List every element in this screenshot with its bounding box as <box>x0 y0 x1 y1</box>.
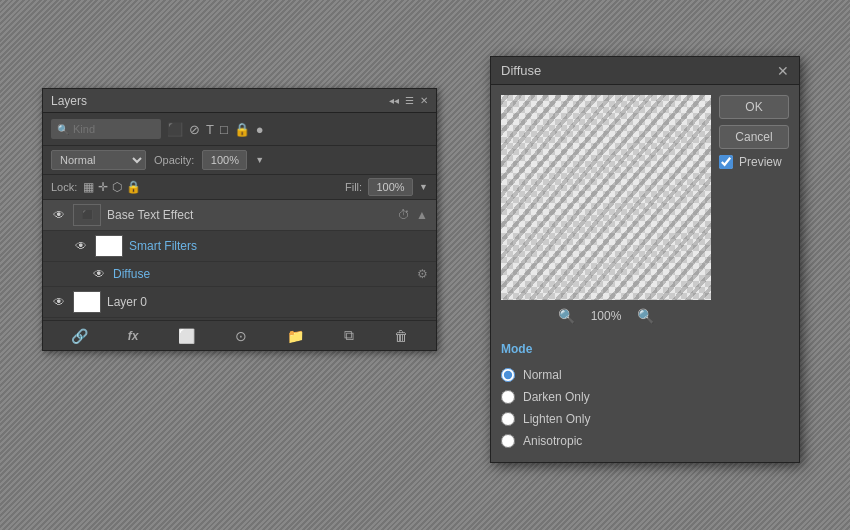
timer-icon[interactable]: ⏱ <box>398 208 410 222</box>
zoom-in-icon[interactable]: 🔍 <box>637 308 654 324</box>
dialog-top-section: 🔍 100% 🔍 OK Cancel Preview <box>501 95 789 334</box>
copy-layer-icon[interactable]: ⧉ <box>344 327 354 344</box>
layers-panel: Layers ◂◂ ☰ ✕ 🔍 ⬛ ⊘ T □ 🔒 ● Normal Opaci… <box>42 88 437 351</box>
fill-label: Fill: <box>345 181 362 193</box>
layer-name-diffuse: Diffuse <box>113 267 411 281</box>
panel-title-text: Layers <box>51 94 87 108</box>
radio-anisotropic: Anisotropic <box>501 430 789 452</box>
fill-chevron[interactable]: ▼ <box>419 182 428 192</box>
dialog-preview-wrap: 🔍 100% 🔍 <box>501 95 711 334</box>
layer-thumb-smart-filters <box>95 235 123 257</box>
search-input-wrap: 🔍 <box>51 119 161 139</box>
dialog-title: Diffuse <box>501 63 541 78</box>
layer-thumb-base-text: ⬛ <box>73 204 101 226</box>
panel-menu-icon[interactable]: ☰ <box>405 95 414 106</box>
radio-lighten-label[interactable]: Lighten Only <box>523 412 590 426</box>
filter-icons: ⬛ ⊘ T □ 🔒 ● <box>167 122 264 137</box>
delete-layer-icon[interactable]: 🗑 <box>394 328 408 344</box>
panel-toolbar: 🔗 fx ⬜ ⊙ 📁 ⧉ 🗑 <box>43 320 436 350</box>
filter-dot-icon[interactable]: ● <box>256 122 264 137</box>
radio-lighten-input[interactable] <box>501 412 515 426</box>
mode-label: Mode <box>501 342 789 356</box>
mode-section: Mode Normal Darken Only Lighten Only Ani… <box>501 342 789 452</box>
cancel-button[interactable]: Cancel <box>719 125 789 149</box>
preview-overlay <box>501 95 711 300</box>
panel-close-icon[interactable]: ✕ <box>420 95 428 106</box>
layer-item-diffuse[interactable]: 👁 Diffuse ⚙ <box>43 262 436 287</box>
lock-artboard[interactable]: ⬡ <box>112 180 122 194</box>
preview-checkbox-wrap: Preview <box>719 155 789 169</box>
dialog-close-button[interactable]: ✕ <box>777 64 789 78</box>
preview-area <box>501 95 711 300</box>
fill-input[interactable] <box>368 178 413 196</box>
radio-darken-only: Darken Only <box>501 386 789 408</box>
layer-right-icons-base: ⏱ ▲ <box>398 208 428 222</box>
dialog-body: 🔍 100% 🔍 OK Cancel Preview Mode Normal <box>491 85 799 462</box>
layers-list: 👁 ⬛ Base Text Effect ⏱ ▲ 👁 Smart Filters… <box>43 200 436 320</box>
layer-right-icons-diffuse: ⚙ <box>417 267 428 281</box>
new-layer-icon[interactable]: ⬜ <box>178 328 195 344</box>
lock-label: Lock: <box>51 181 77 193</box>
eye-icon-sf: 👁 <box>75 239 87 253</box>
dialog-side-buttons: OK Cancel Preview <box>719 95 789 334</box>
radio-normal-input[interactable] <box>501 368 515 382</box>
blend-mode-select[interactable]: Normal <box>51 150 146 170</box>
lock-all[interactable]: 🔒 <box>126 180 141 194</box>
dialog-title-bar: Diffuse ✕ <box>491 57 799 85</box>
radio-lighten-only: Lighten Only <box>501 408 789 430</box>
chevron-up-icon[interactable]: ▲ <box>416 208 428 222</box>
collapse-icon[interactable]: ◂◂ <box>389 95 399 106</box>
mask-icon[interactable]: ⊙ <box>235 328 247 344</box>
visibility-eye-smart-filters[interactable]: 👁 <box>73 238 89 254</box>
radio-anisotropic-input[interactable] <box>501 434 515 448</box>
filter-shape-icon[interactable]: □ <box>220 122 228 137</box>
panel-title-bar: Layers ◂◂ ☰ ✕ <box>43 89 436 113</box>
visibility-eye-layer0[interactable]: 👁 <box>51 294 67 310</box>
layer-item-smart-filters[interactable]: 👁 Smart Filters <box>43 231 436 262</box>
layer-thumb-layer0 <box>73 291 101 313</box>
lock-checkerboard[interactable]: ▦ <box>83 180 94 194</box>
zoom-controls: 🔍 100% 🔍 <box>501 308 711 324</box>
eye-icon: 👁 <box>53 208 65 222</box>
preview-label[interactable]: Preview <box>739 155 782 169</box>
opacity-input[interactable] <box>202 150 247 170</box>
opacity-chevron[interactable]: ▼ <box>255 155 264 165</box>
radio-darken-input[interactable] <box>501 390 515 404</box>
radio-normal: Normal <box>501 364 789 386</box>
filter-adj-icon[interactable]: ⊘ <box>189 122 200 137</box>
diffuse-dialog: Diffuse ✕ 🔍 100% 🔍 OK Cancel <box>490 56 800 463</box>
filter-smart-icon[interactable]: 🔒 <box>234 122 250 137</box>
eye-icon-layer0: 👁 <box>53 295 65 309</box>
layer-item-base-text[interactable]: 👁 ⬛ Base Text Effect ⏱ ▲ <box>43 200 436 231</box>
radio-darken-label[interactable]: Darken Only <box>523 390 590 404</box>
link-icon[interactable]: 🔗 <box>71 328 88 344</box>
layer-name-layer0: Layer 0 <box>107 295 428 309</box>
lock-move[interactable]: ✛ <box>98 180 108 194</box>
radio-anisotropic-label[interactable]: Anisotropic <box>523 434 582 448</box>
blend-mode-row: Normal Opacity: ▼ <box>43 146 436 175</box>
layer-name-smart-filters: Smart Filters <box>129 239 428 253</box>
smart-obj-icon: ⬛ <box>82 210 93 220</box>
search-icon: 🔍 <box>57 124 69 135</box>
visibility-eye-base-text[interactable]: 👁 <box>51 207 67 223</box>
search-input[interactable] <box>73 123 143 135</box>
zoom-level: 100% <box>591 309 622 323</box>
fx-icon[interactable]: fx <box>128 329 139 343</box>
layer-item-layer0[interactable]: 👁 Layer 0 <box>43 287 436 318</box>
opacity-label: Opacity: <box>154 154 194 166</box>
eye-icon-diffuse: 👁 <box>93 267 105 281</box>
lock-fill-row: Lock: ▦ ✛ ⬡ 🔒 Fill: ▼ <box>43 175 436 200</box>
preview-checkbox[interactable] <box>719 155 733 169</box>
panel-title-icons: ◂◂ ☰ ✕ <box>389 95 428 106</box>
folder-icon[interactable]: 📁 <box>287 328 304 344</box>
radio-normal-label[interactable]: Normal <box>523 368 562 382</box>
search-bar: 🔍 ⬛ ⊘ T □ 🔒 ● <box>43 113 436 146</box>
settings-icon[interactable]: ⚙ <box>417 267 428 281</box>
lock-icons: ▦ ✛ ⬡ 🔒 <box>83 180 141 194</box>
filter-pixel-icon[interactable]: ⬛ <box>167 122 183 137</box>
filter-text-icon[interactable]: T <box>206 122 214 137</box>
layer-name-base-text: Base Text Effect <box>107 208 392 222</box>
ok-button[interactable]: OK <box>719 95 789 119</box>
zoom-out-icon[interactable]: 🔍 <box>558 308 575 324</box>
visibility-eye-diffuse[interactable]: 👁 <box>91 266 107 282</box>
